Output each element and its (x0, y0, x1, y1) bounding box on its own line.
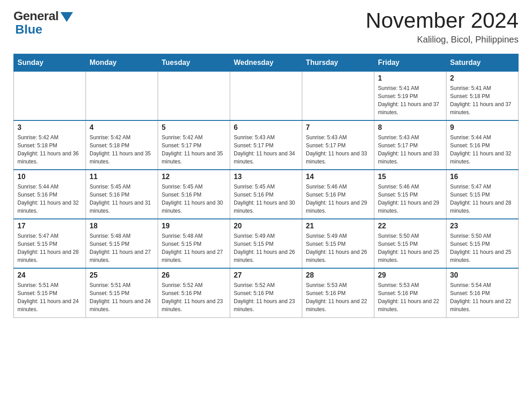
logo-general-text: General (13, 9, 59, 23)
day-info: Sunrise: 5:47 AMSunset: 5:15 PMDaylight:… (450, 183, 515, 215)
title-section: November 2024 Kaliliog, Bicol, Philippin… (365, 9, 519, 45)
day-info: Sunrise: 5:44 AMSunset: 5:16 PMDaylight:… (17, 183, 82, 215)
day-info: Sunrise: 5:54 AMSunset: 5:16 PMDaylight:… (450, 281, 515, 313)
day-number: 26 (162, 271, 226, 279)
day-number: 24 (17, 271, 82, 279)
calendar-day-cell: 25Sunrise: 5:51 AMSunset: 5:15 PMDayligh… (86, 268, 158, 317)
day-number: 12 (162, 173, 226, 181)
day-number: 22 (378, 222, 442, 230)
day-number: 30 (450, 271, 515, 279)
logo-top: General (13, 9, 73, 23)
day-info: Sunrise: 5:53 AMSunset: 5:16 PMDaylight:… (378, 281, 442, 313)
calendar-header-tuesday: Tuesday (158, 54, 230, 71)
calendar-week-row: 10Sunrise: 5:44 AMSunset: 5:16 PMDayligh… (14, 170, 519, 219)
calendar-day-cell: 20Sunrise: 5:49 AMSunset: 5:15 PMDayligh… (230, 219, 302, 268)
day-info: Sunrise: 5:45 AMSunset: 5:16 PMDaylight:… (234, 183, 298, 215)
day-info: Sunrise: 5:49 AMSunset: 5:15 PMDaylight:… (306, 232, 370, 264)
calendar-day-cell: 1Sunrise: 5:41 AMSunset: 5:19 PMDaylight… (374, 71, 446, 120)
day-info: Sunrise: 5:43 AMSunset: 5:17 PMDaylight:… (306, 133, 370, 166)
calendar-day-cell: 27Sunrise: 5:52 AMSunset: 5:16 PMDayligh… (230, 268, 302, 317)
calendar-day-cell (302, 71, 374, 120)
logo: General Blue (13, 9, 73, 37)
calendar-day-cell: 7Sunrise: 5:43 AMSunset: 5:17 PMDaylight… (302, 120, 374, 170)
day-number: 2 (450, 74, 515, 82)
day-number: 9 (450, 124, 515, 132)
day-info: Sunrise: 5:47 AMSunset: 5:15 PMDaylight:… (17, 232, 82, 264)
calendar-week-row: 24Sunrise: 5:51 AMSunset: 5:15 PMDayligh… (14, 268, 519, 317)
calendar-day-cell: 23Sunrise: 5:50 AMSunset: 5:15 PMDayligh… (446, 219, 519, 268)
day-number: 4 (90, 124, 154, 132)
day-info: Sunrise: 5:43 AMSunset: 5:17 PMDaylight:… (234, 133, 298, 166)
day-info: Sunrise: 5:51 AMSunset: 5:15 PMDaylight:… (90, 281, 154, 313)
day-number: 1 (378, 74, 442, 82)
day-info: Sunrise: 5:41 AMSunset: 5:18 PMDaylight:… (450, 84, 515, 116)
calendar-day-cell: 8Sunrise: 5:43 AMSunset: 5:17 PMDaylight… (374, 120, 446, 170)
day-number: 25 (90, 271, 154, 279)
calendar-day-cell: 30Sunrise: 5:54 AMSunset: 5:16 PMDayligh… (446, 268, 519, 317)
calendar-day-cell: 5Sunrise: 5:42 AMSunset: 5:17 PMDaylight… (158, 120, 230, 170)
calendar-header-row: SundayMondayTuesdayWednesdayThursdayFrid… (14, 54, 519, 71)
day-info: Sunrise: 5:50 AMSunset: 5:15 PMDaylight:… (450, 232, 515, 264)
calendar-day-cell: 6Sunrise: 5:43 AMSunset: 5:17 PMDaylight… (230, 120, 302, 170)
calendar-header-saturday: Saturday (446, 54, 519, 71)
day-info: Sunrise: 5:42 AMSunset: 5:17 PMDaylight:… (162, 133, 226, 166)
day-info: Sunrise: 5:53 AMSunset: 5:16 PMDaylight:… (306, 281, 370, 313)
calendar-week-row: 1Sunrise: 5:41 AMSunset: 5:19 PMDaylight… (14, 71, 519, 120)
day-number: 14 (306, 173, 370, 181)
calendar-day-cell: 29Sunrise: 5:53 AMSunset: 5:16 PMDayligh… (374, 268, 446, 317)
logo-arrow-icon (60, 12, 73, 22)
calendar-header-sunday: Sunday (14, 54, 86, 71)
day-info: Sunrise: 5:44 AMSunset: 5:16 PMDaylight:… (450, 133, 515, 166)
day-info: Sunrise: 5:45 AMSunset: 5:16 PMDaylight:… (90, 183, 154, 215)
calendar-day-cell: 4Sunrise: 5:42 AMSunset: 5:18 PMDaylight… (86, 120, 158, 170)
calendar-day-cell: 14Sunrise: 5:46 AMSunset: 5:16 PMDayligh… (302, 170, 374, 219)
calendar-day-cell: 9Sunrise: 5:44 AMSunset: 5:16 PMDaylight… (446, 120, 519, 170)
day-info: Sunrise: 5:45 AMSunset: 5:16 PMDaylight:… (162, 183, 226, 215)
logo-blue-text: Blue (13, 22, 43, 37)
day-info: Sunrise: 5:46 AMSunset: 5:15 PMDaylight:… (378, 183, 442, 215)
day-info: Sunrise: 5:42 AMSunset: 5:18 PMDaylight:… (17, 133, 82, 166)
location-text: Kaliliog, Bicol, Philippines (365, 34, 519, 45)
calendar-week-row: 3Sunrise: 5:42 AMSunset: 5:18 PMDaylight… (14, 120, 519, 170)
day-info: Sunrise: 5:51 AMSunset: 5:15 PMDaylight:… (17, 281, 82, 313)
day-number: 20 (234, 222, 298, 230)
calendar-header-thursday: Thursday (302, 54, 374, 71)
day-info: Sunrise: 5:52 AMSunset: 5:16 PMDaylight:… (162, 281, 226, 313)
month-title: November 2024 (365, 9, 519, 33)
calendar-header-wednesday: Wednesday (230, 54, 302, 71)
day-number: 13 (234, 173, 298, 181)
calendar-day-cell: 18Sunrise: 5:48 AMSunset: 5:15 PMDayligh… (86, 219, 158, 268)
page-header: General Blue November 2024 Kaliliog, Bic… (13, 9, 519, 45)
calendar-day-cell: 21Sunrise: 5:49 AMSunset: 5:15 PMDayligh… (302, 219, 374, 268)
calendar-day-cell: 26Sunrise: 5:52 AMSunset: 5:16 PMDayligh… (158, 268, 230, 317)
calendar-day-cell: 2Sunrise: 5:41 AMSunset: 5:18 PMDaylight… (446, 71, 519, 120)
calendar-day-cell: 15Sunrise: 5:46 AMSunset: 5:15 PMDayligh… (374, 170, 446, 219)
day-number: 15 (378, 173, 442, 181)
calendar-day-cell: 11Sunrise: 5:45 AMSunset: 5:16 PMDayligh… (86, 170, 158, 219)
day-number: 29 (378, 271, 442, 279)
calendar-header-monday: Monday (86, 54, 158, 71)
day-number: 23 (450, 222, 515, 230)
calendar-day-cell (230, 71, 302, 120)
day-number: 27 (234, 271, 298, 279)
day-info: Sunrise: 5:42 AMSunset: 5:18 PMDaylight:… (90, 133, 154, 166)
day-number: 28 (306, 271, 370, 279)
calendar-day-cell: 3Sunrise: 5:42 AMSunset: 5:18 PMDaylight… (14, 120, 86, 170)
calendar-day-cell: 16Sunrise: 5:47 AMSunset: 5:15 PMDayligh… (446, 170, 519, 219)
day-info: Sunrise: 5:43 AMSunset: 5:17 PMDaylight:… (378, 133, 442, 166)
day-number: 16 (450, 173, 515, 181)
day-info: Sunrise: 5:50 AMSunset: 5:15 PMDaylight:… (378, 232, 442, 264)
day-number: 18 (90, 222, 154, 230)
calendar-day-cell: 24Sunrise: 5:51 AMSunset: 5:15 PMDayligh… (14, 268, 86, 317)
day-number: 6 (234, 124, 298, 132)
day-number: 8 (378, 124, 442, 132)
day-info: Sunrise: 5:48 AMSunset: 5:15 PMDaylight:… (162, 232, 226, 264)
day-number: 17 (17, 222, 82, 230)
day-info: Sunrise: 5:52 AMSunset: 5:16 PMDaylight:… (234, 281, 298, 313)
calendar-day-cell: 28Sunrise: 5:53 AMSunset: 5:16 PMDayligh… (302, 268, 374, 317)
calendar-day-cell: 17Sunrise: 5:47 AMSunset: 5:15 PMDayligh… (14, 219, 86, 268)
calendar-day-cell: 22Sunrise: 5:50 AMSunset: 5:15 PMDayligh… (374, 219, 446, 268)
calendar-day-cell (158, 71, 230, 120)
day-number: 3 (17, 124, 82, 132)
calendar-day-cell: 13Sunrise: 5:45 AMSunset: 5:16 PMDayligh… (230, 170, 302, 219)
